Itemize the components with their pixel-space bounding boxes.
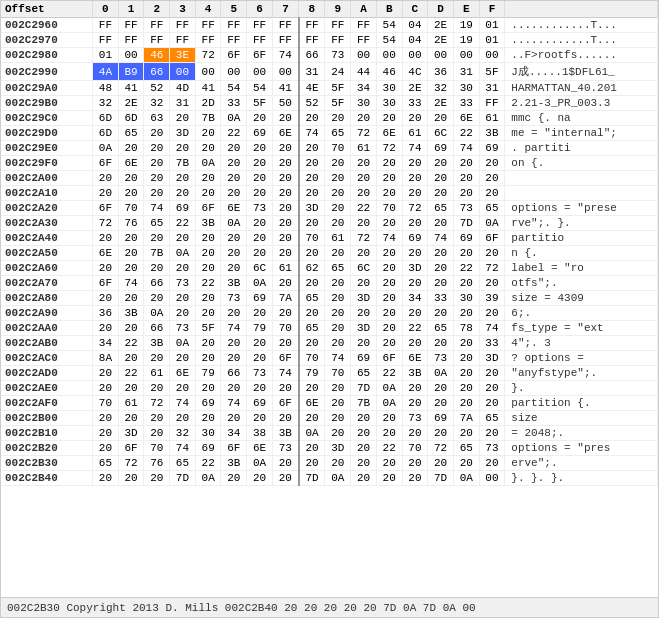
byte-cell[interactable]: 22 — [376, 441, 402, 456]
byte-cell[interactable]: FF — [118, 18, 144, 33]
byte-cell[interactable]: 20 — [170, 351, 196, 366]
byte-cell[interactable]: 20 — [272, 186, 298, 201]
byte-cell[interactable]: 0A — [376, 381, 402, 396]
byte-cell[interactable]: 00 — [118, 48, 144, 63]
byte-cell[interactable]: 65 — [325, 126, 351, 141]
byte-cell[interactable]: 73 — [247, 201, 273, 216]
byte-cell[interactable]: 20 — [479, 171, 505, 186]
byte-cell[interactable]: 61 — [272, 261, 298, 276]
byte-cell[interactable]: 5F — [479, 63, 505, 81]
byte-cell[interactable]: 74 — [402, 141, 428, 156]
byte-cell[interactable]: 20 — [247, 111, 273, 126]
byte-cell[interactable]: 20 — [170, 186, 196, 201]
byte-cell[interactable]: 69 — [170, 201, 196, 216]
byte-cell[interactable]: 31 — [453, 63, 479, 81]
byte-cell[interactable]: 3D — [299, 201, 325, 216]
byte-cell[interactable]: 72 — [93, 216, 119, 231]
byte-cell[interactable]: 20 — [325, 111, 351, 126]
byte-cell[interactable]: 20 — [325, 321, 351, 336]
table-row[interactable]: 002C2A706F746673223B0A202020202020202020… — [1, 276, 658, 291]
byte-cell[interactable]: 20 — [272, 336, 298, 351]
byte-cell[interactable]: 30 — [453, 81, 479, 96]
byte-cell[interactable]: 20 — [428, 381, 454, 396]
byte-cell[interactable]: 6F — [93, 156, 119, 171]
byte-cell[interactable]: 20 — [118, 351, 144, 366]
byte-cell[interactable]: 20 — [272, 201, 298, 216]
byte-cell[interactable]: 20 — [479, 381, 505, 396]
byte-cell[interactable]: 72 — [428, 441, 454, 456]
byte-cell[interactable]: 70 — [299, 351, 325, 366]
byte-cell[interactable]: 20 — [325, 426, 351, 441]
byte-cell[interactable]: 20 — [453, 186, 479, 201]
byte-cell[interactable]: 2D — [195, 96, 221, 111]
byte-cell[interactable]: 20 — [325, 306, 351, 321]
byte-cell[interactable]: 69 — [195, 441, 221, 456]
byte-cell[interactable]: 20 — [247, 216, 273, 231]
byte-cell[interactable]: FF — [93, 18, 119, 33]
byte-cell[interactable]: 20 — [351, 186, 377, 201]
byte-cell[interactable]: 00 — [247, 63, 273, 81]
byte-cell[interactable]: 20 — [93, 471, 119, 486]
byte-cell[interactable]: 20 — [118, 291, 144, 306]
byte-cell[interactable]: 74 — [221, 396, 247, 411]
byte-cell[interactable]: 20 — [170, 171, 196, 186]
byte-cell[interactable]: 20 — [195, 381, 221, 396]
byte-cell[interactable]: 20 — [402, 216, 428, 231]
byte-cell[interactable]: 54 — [221, 81, 247, 96]
byte-cell[interactable]: 20 — [453, 276, 479, 291]
byte-cell[interactable]: 65 — [93, 456, 119, 471]
byte-cell[interactable]: 32 — [144, 96, 170, 111]
byte-cell[interactable]: 00 — [170, 63, 196, 81]
byte-cell[interactable]: 6F — [118, 441, 144, 456]
byte-cell[interactable]: 20 — [272, 216, 298, 231]
byte-cell[interactable]: 20 — [195, 291, 221, 306]
byte-cell[interactable]: 20 — [428, 216, 454, 231]
byte-cell[interactable]: 63 — [144, 111, 170, 126]
byte-cell[interactable]: 7A — [453, 411, 479, 426]
byte-cell[interactable]: 20 — [272, 456, 298, 471]
byte-cell[interactable]: 34 — [351, 81, 377, 96]
table-row[interactable]: 002C2B402020207D0A2020207D0A2020207D0A00… — [1, 471, 658, 486]
byte-cell[interactable]: 74 — [453, 141, 479, 156]
byte-cell[interactable]: 73 — [170, 276, 196, 291]
byte-cell[interactable]: 73 — [272, 441, 298, 456]
byte-cell[interactable]: 20 — [144, 426, 170, 441]
byte-cell[interactable]: 74 — [376, 231, 402, 246]
byte-cell[interactable]: 22 — [453, 126, 479, 141]
byte-cell[interactable]: 6E — [221, 201, 247, 216]
byte-cell[interactable]: 65 — [299, 321, 325, 336]
byte-cell[interactable]: 20 — [376, 291, 402, 306]
byte-cell[interactable]: 39 — [479, 291, 505, 306]
byte-cell[interactable]: 61 — [144, 366, 170, 381]
byte-cell[interactable]: 20 — [479, 246, 505, 261]
byte-cell[interactable]: 5F — [195, 321, 221, 336]
byte-cell[interactable]: 20 — [93, 411, 119, 426]
byte-cell[interactable]: 20 — [376, 276, 402, 291]
byte-cell[interactable]: 20 — [299, 111, 325, 126]
byte-cell[interactable]: 41 — [118, 81, 144, 96]
byte-cell[interactable]: 20 — [247, 351, 273, 366]
byte-cell[interactable]: 0A — [428, 366, 454, 381]
byte-cell[interactable]: 20 — [144, 171, 170, 186]
table-row[interactable]: 002C2AE0202020202020202020207D0A20202020… — [1, 381, 658, 396]
byte-cell[interactable]: 20 — [144, 126, 170, 141]
byte-cell[interactable]: 20 — [221, 231, 247, 246]
byte-cell[interactable]: 20 — [221, 336, 247, 351]
byte-cell[interactable]: 20 — [144, 231, 170, 246]
byte-cell[interactable]: 20 — [428, 306, 454, 321]
byte-cell[interactable]: 20 — [479, 186, 505, 201]
byte-cell[interactable]: 20 — [325, 411, 351, 426]
byte-cell[interactable]: 72 — [402, 201, 428, 216]
byte-cell[interactable]: 3D — [351, 321, 377, 336]
byte-cell[interactable]: 31 — [170, 96, 196, 111]
byte-cell[interactable]: 20 — [93, 381, 119, 396]
byte-cell[interactable]: 66 — [299, 48, 325, 63]
byte-cell[interactable]: 20 — [402, 426, 428, 441]
byte-cell[interactable]: 20 — [299, 156, 325, 171]
byte-cell[interactable]: 01 — [479, 33, 505, 48]
byte-cell[interactable]: 20 — [93, 171, 119, 186]
byte-cell[interactable]: 79 — [247, 321, 273, 336]
byte-cell[interactable]: 69 — [428, 411, 454, 426]
byte-cell[interactable]: 6E — [453, 111, 479, 126]
byte-cell[interactable]: FF — [299, 18, 325, 33]
